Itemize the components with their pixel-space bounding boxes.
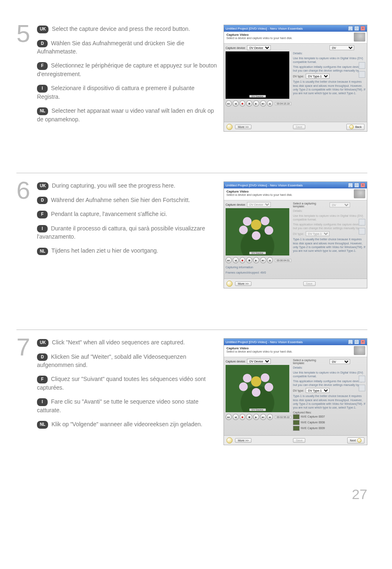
- lang-block-nl: NL Selecteer het apparaat waar u video v…: [37, 107, 217, 123]
- stop-button[interactable]: ⏹: [246, 257, 252, 263]
- settings-icon[interactable]: [359, 385, 365, 391]
- capturing-info-value: Frames captured/dropped: 49/0: [226, 271, 291, 274]
- preview-source-label: DV Device: [249, 252, 265, 254]
- minimize-icon[interactable]: _: [348, 26, 353, 31]
- wizard-footer: More >> Save Next: [224, 435, 367, 445]
- dv-type-text: Type-1 is usually the better choice beca…: [293, 237, 365, 252]
- eject-button[interactable]: ⏏: [267, 257, 273, 263]
- step-number: 7: [16, 335, 37, 360]
- maximize-icon[interactable]: □: [354, 183, 359, 188]
- dv-type-select[interactable]: DV Type-1: [306, 74, 330, 79]
- panel-header: Capture Video Select a device and captur…: [224, 188, 367, 200]
- save-button[interactable]: Save: [293, 125, 305, 129]
- record-button[interactable]: ⏺: [240, 414, 246, 420]
- step-number: 6: [16, 178, 37, 203]
- stop-button[interactable]: ⏹: [246, 414, 252, 420]
- dv-type-label: DV type:: [293, 75, 304, 78]
- lang-pill: D: [37, 353, 48, 361]
- more-button[interactable]: More >>: [235, 281, 251, 286]
- prev-button[interactable]: ⏮: [226, 414, 232, 420]
- maximize-icon[interactable]: □: [354, 339, 359, 344]
- stop-button[interactable]: ⏹: [246, 100, 252, 107]
- video-preview: DV Device: [226, 51, 289, 99]
- eject-button[interactable]: ⏏: [267, 100, 273, 107]
- rewind-button[interactable]: ◀: [233, 414, 239, 420]
- panel-header: Capture Video Select a device and captur…: [224, 345, 367, 357]
- details-heading: Details:: [293, 366, 365, 369]
- play-button[interactable]: ▶: [253, 414, 259, 420]
- minimize-icon[interactable]: _: [348, 183, 353, 188]
- template-select[interactable]: DV: [330, 45, 354, 50]
- timecode: 00:02:55:22: [275, 416, 291, 419]
- transport-controls: ⏮ ◀ ⏺ ⏹ ▶ ⏭ ⏏ 00:04:15:19: [226, 100, 291, 107]
- panel-title: Capture Video: [226, 33, 364, 37]
- template-label: [293, 46, 328, 49]
- preview-image: [226, 365, 289, 412]
- next-button[interactable]: ⏭: [260, 257, 266, 263]
- play-button[interactable]: ▶: [253, 100, 259, 107]
- timecode: 00:00:04:01: [275, 259, 291, 262]
- details-text: Use this template to capture video in Di…: [293, 56, 365, 64]
- capture-device-select[interactable]: DV Device: [247, 359, 271, 364]
- monitor-icon[interactable]: [359, 219, 365, 225]
- close-icon[interactable]: ×: [360, 183, 365, 188]
- lang-text: Pendant la capture, l'avancement s'affic…: [51, 211, 167, 217]
- details-text: This application initially configures th…: [293, 223, 365, 230]
- help-icon[interactable]: [226, 124, 233, 130]
- prev-button[interactable]: ⏮: [226, 100, 232, 107]
- lang-pill: D: [37, 197, 48, 204]
- lang-text: Select the capture device and press the …: [52, 26, 190, 32]
- next-button[interactable]: Next: [347, 437, 364, 444]
- play-button[interactable]: ▶: [253, 257, 259, 263]
- side-toolbar: [359, 376, 365, 394]
- dv-type-select[interactable]: DV Type-1: [306, 388, 330, 393]
- lang-block-d: D Wählen Sie das Aufnahmegerät und drück…: [37, 39, 217, 56]
- capture-device-select[interactable]: DV Device: [247, 45, 271, 50]
- lang-text: Fare clic su "Avanti" se tutte le sequen…: [37, 398, 198, 413]
- back-button[interactable]: Back: [346, 124, 364, 130]
- lang-pill: I: [37, 225, 48, 233]
- more-button[interactable]: More >>: [235, 438, 251, 443]
- monitor-icon[interactable]: [359, 376, 365, 382]
- nero-logo: [354, 33, 365, 42]
- lang-block-i: I Selezionare il dispositivo di cattura …: [37, 84, 217, 101]
- window-buttons: _ □ ×: [348, 339, 365, 344]
- list-item[interactable]: NVE Capture 0007: [293, 414, 365, 420]
- transport-controls: ⏮ ◀ ⏺ ⏹ ▶ ⏭ ⏏ 00:02:55:22: [226, 414, 291, 420]
- maximize-icon[interactable]: □: [354, 26, 359, 31]
- help-icon[interactable]: [226, 281, 233, 287]
- close-icon[interactable]: ×: [360, 26, 365, 31]
- lang-block-i: I Fare clic su "Avanti" se tutte le sequ…: [37, 397, 217, 414]
- lang-text: Klicken Sie auf "Weiter", sobald alle Vi…: [37, 353, 186, 369]
- lang-text: Wählen Sie das Aufnahmegerät und drücken…: [37, 40, 184, 55]
- prev-button[interactable]: ⏮: [226, 257, 232, 263]
- settings-icon[interactable]: [359, 228, 365, 235]
- dv-type-select: DV Type-1: [306, 231, 330, 236]
- window-title: Untitled Project [DVD-Video] - Nero Visi…: [226, 340, 303, 344]
- monitor-icon[interactable]: [359, 62, 365, 69]
- lang-block-f: F Sélectionnez le périphérique de captur…: [37, 61, 217, 78]
- rewind-button[interactable]: ◀: [233, 257, 239, 263]
- list-item[interactable]: NVE Capture 0009: [293, 425, 365, 431]
- next-button[interactable]: ⏭: [260, 414, 266, 420]
- record-button[interactable]: ⏺: [240, 100, 246, 107]
- next-button[interactable]: ⏭: [260, 100, 266, 107]
- save-button[interactable]: Save: [293, 438, 305, 443]
- lang-pill: I: [37, 398, 48, 406]
- lang-text: Tijdens het laden ziet u hier de voortga…: [51, 247, 158, 254]
- rewind-button[interactable]: ◀: [233, 100, 239, 107]
- eject-button[interactable]: ⏏: [267, 414, 273, 420]
- help-icon[interactable]: [226, 437, 233, 444]
- list-item[interactable]: NVE Capture 0008: [293, 420, 365, 425]
- lang-pill: F: [37, 62, 48, 70]
- minimize-icon[interactable]: _: [348, 339, 353, 344]
- close-icon[interactable]: ×: [360, 339, 365, 344]
- template-select[interactable]: DV: [330, 359, 350, 364]
- more-button[interactable]: More >>: [235, 125, 251, 129]
- lang-pill: UK: [37, 339, 48, 347]
- settings-icon[interactable]: [359, 71, 365, 78]
- record-button[interactable]: ⏺: [240, 257, 246, 263]
- transport-controls: ⏮ ◀ ⏺ ⏹ ▶ ⏭ ⏏ 00:00:04:01: [226, 257, 291, 263]
- lang-pill: NL: [37, 107, 48, 115]
- video-preview: DV Device: [226, 208, 289, 255]
